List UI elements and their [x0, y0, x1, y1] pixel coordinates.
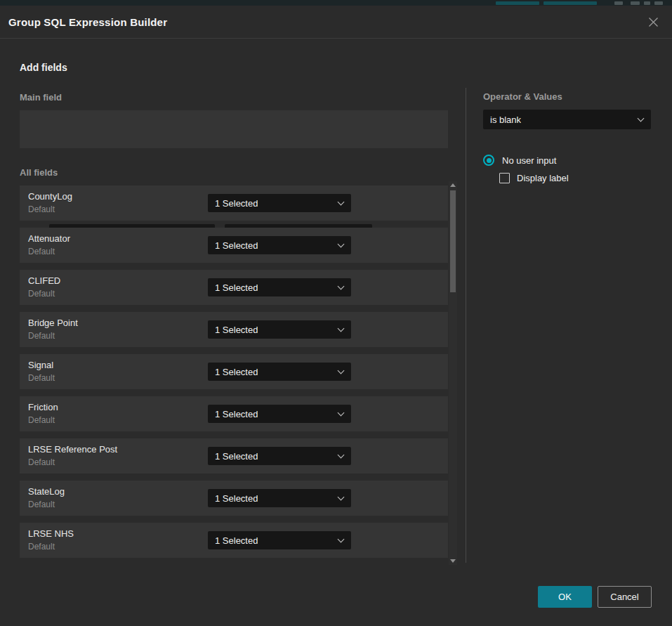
- operator-values-heading: Operator & Values: [483, 91, 562, 102]
- field-name: LRSE Reference Post: [28, 444, 117, 455]
- dropdown-label: 1 Selected: [215, 325, 258, 335]
- field-selection-dropdown[interactable]: 1 Selected: [208, 320, 351, 339]
- chevron-down-icon: [338, 494, 345, 501]
- main-field-label: Main field: [20, 92, 62, 103]
- add-fields-heading: Add fields: [20, 62, 67, 73]
- field-subtype: Default: [28, 204, 55, 214]
- background-fragment: [496, 1, 539, 5]
- scrollbar[interactable]: [449, 181, 457, 565]
- field-selection-dropdown[interactable]: 1 Selected: [208, 278, 351, 296]
- dropdown-label: 1 Selected: [215, 367, 258, 377]
- field-row: CountyLog Default 1 Selected: [20, 185, 448, 221]
- field-name: Friction: [28, 402, 58, 412]
- field-subtype: Default: [28, 373, 55, 383]
- field-subtype: Default: [28, 289, 55, 299]
- field-name: Attenuator: [28, 233, 70, 244]
- chevron-down-icon: [338, 199, 345, 206]
- field-name: StateLog: [28, 486, 65, 497]
- field-name: Signal: [28, 360, 53, 370]
- chevron-down-icon: [338, 367, 345, 374]
- all-fields-label: All fields: [20, 167, 58, 178]
- chevron-down-icon: [338, 410, 345, 417]
- ok-button[interactable]: OK: [538, 586, 592, 608]
- screen: Group SQL Expression Builder Add fields …: [0, 0, 672, 626]
- field-selection-dropdown[interactable]: 1 Selected: [208, 489, 351, 507]
- chevron-down-icon: [338, 452, 345, 459]
- field-subtype: Default: [28, 331, 55, 341]
- background-fragment: [654, 1, 663, 5]
- all-fields-list: CountyLog Default 1 Selected Attenuator …: [20, 185, 448, 565]
- field-name: Bridge Point: [28, 318, 78, 328]
- group-sql-expression-builder-dialog: Group SQL Expression Builder Add fields …: [0, 6, 672, 626]
- background-fragment: [543, 1, 597, 5]
- field-name: CountyLog: [28, 191, 72, 202]
- radio-label: No user input: [502, 155, 556, 166]
- dialog-title: Group SQL Expression Builder: [0, 16, 167, 28]
- display-label-checkbox[interactable]: Display label: [499, 173, 569, 183]
- chevron-down-icon: [338, 283, 345, 290]
- field-row: Attenuator Default 1 Selected: [20, 228, 448, 263]
- field-selection-dropdown[interactable]: 1 Selected: [208, 531, 351, 549]
- field-selection-dropdown[interactable]: 1 Selected: [208, 405, 351, 423]
- field-subtype: Default: [28, 542, 55, 552]
- field-name: LRSE NHS: [28, 528, 74, 539]
- background-fragment: [614, 1, 623, 5]
- background-app-strip: [0, 0, 672, 6]
- scroll-up-icon[interactable]: [450, 183, 456, 187]
- dropdown-label: 1 Selected: [215, 240, 258, 251]
- close-button[interactable]: [644, 13, 662, 31]
- dropdown-label: 1 Selected: [215, 282, 258, 293]
- field-subtype: Default: [28, 247, 55, 256]
- scroll-down-icon[interactable]: [450, 559, 456, 563]
- operator-dropdown[interactable]: is blank: [483, 110, 651, 129]
- background-fragment: [631, 1, 640, 5]
- field-subtype: Default: [28, 457, 55, 467]
- dropdown-label: 1 Selected: [215, 493, 258, 504]
- checkbox-icon: [499, 173, 510, 183]
- field-name: CLIFED: [28, 275, 60, 286]
- chevron-down-icon: [338, 241, 345, 248]
- scrollbar-thumb[interactable]: [450, 190, 456, 292]
- field-row: CLIFED Default 1 Selected: [20, 270, 448, 305]
- radio-icon: [483, 155, 494, 166]
- field-selection-dropdown[interactable]: 1 Selected: [208, 194, 351, 212]
- close-icon: [648, 17, 659, 27]
- field-selection-dropdown[interactable]: 1 Selected: [208, 236, 351, 254]
- field-row: LRSE Reference Post Default 1 Selected: [20, 438, 448, 474]
- background-fragment: [644, 1, 650, 5]
- no-user-input-radio[interactable]: No user input: [483, 155, 556, 166]
- field-row: LRSE NHS Default 1 Selected: [20, 523, 448, 558]
- field-selection-dropdown[interactable]: 1 Selected: [208, 363, 351, 381]
- field-row: Bridge Point Default 1 Selected: [20, 312, 448, 347]
- checkbox-label: Display label: [517, 173, 569, 183]
- dialog-header: Group SQL Expression Builder: [0, 6, 672, 39]
- chevron-down-icon: [338, 325, 345, 332]
- field-selection-dropdown[interactable]: 1 Selected: [208, 447, 351, 465]
- field-row: StateLog Default 1 Selected: [20, 481, 448, 516]
- dropdown-label: 1 Selected: [215, 198, 258, 209]
- cancel-button[interactable]: Cancel: [598, 586, 652, 608]
- main-field-panel: CountyLog | Default From Date: [20, 110, 448, 148]
- chevron-down-icon: [638, 115, 645, 122]
- dropdown-label: is blank: [490, 115, 521, 125]
- field-row: Signal Default 1 Selected: [20, 354, 448, 389]
- panel-divider: [466, 88, 466, 563]
- dropdown-label: 1 Selected: [215, 451, 258, 462]
- dropdown-label: 1 Selected: [215, 535, 258, 546]
- chevron-down-icon: [338, 536, 345, 543]
- field-subtype: Default: [28, 500, 55, 509]
- dropdown-label: 1 Selected: [215, 409, 258, 419]
- field-row: Friction Default 1 Selected: [20, 396, 448, 431]
- field-subtype: Default: [28, 415, 55, 425]
